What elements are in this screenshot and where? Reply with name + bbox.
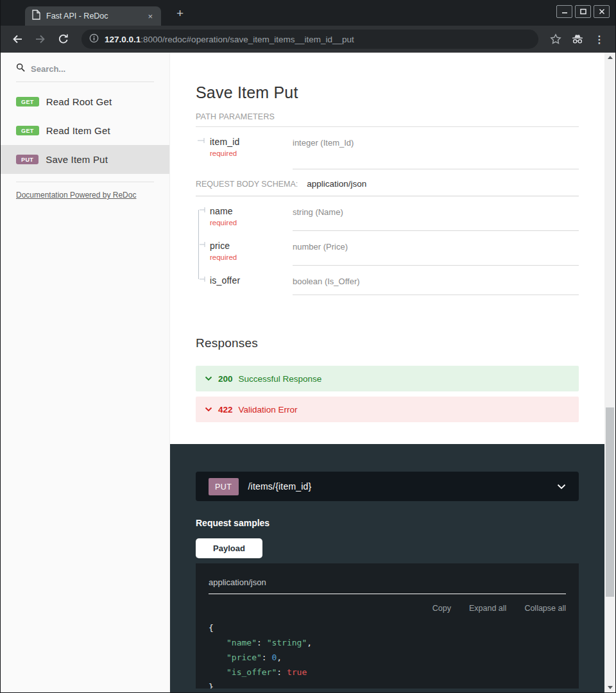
samples-panel: PUT /items/{item_id} Request samples Pay… (170, 444, 604, 692)
tab-close-icon[interactable]: × (146, 12, 155, 21)
maximize-button[interactable] (575, 5, 591, 18)
sidebar-item-read-item-get[interactable]: GET Read Item Get (1, 116, 169, 145)
titlebar: Fast API - ReDoc × + (1, 0, 615, 26)
chevron-down-icon (557, 481, 566, 492)
window-controls (556, 5, 610, 18)
sidebar-divider (16, 182, 154, 182)
url-host: 127.0.0.1 (105, 35, 141, 44)
request-body-content-type: application/json (307, 179, 366, 189)
sidebar-item-label: Read Item Get (46, 125, 110, 136)
scrollbar-thumb[interactable] (606, 407, 614, 597)
expand-all-button[interactable]: Expand all (469, 604, 506, 613)
code-actions: Copy Expand all Collapse all (209, 604, 566, 613)
code-line: "name": "string", (209, 635, 566, 650)
tree-connector-icon (197, 240, 207, 252)
responses-heading: Responses (196, 336, 579, 350)
collapse-all-button[interactable]: Collapse all (524, 604, 566, 613)
url-text: 127.0.0.1:8000/redoc#operation/save_item… (105, 35, 354, 44)
payload-tab[interactable]: Payload (196, 538, 262, 558)
sidebar-item-save-item-put[interactable]: PUT Save Item Put (1, 145, 169, 174)
required-label: required (210, 219, 293, 227)
field-name: item_id (210, 137, 293, 147)
page-title: Save Item Put (196, 53, 579, 102)
bookmark-star-icon[interactable] (547, 31, 564, 47)
body-schema-tree: name required string (Name) price requir… (196, 196, 579, 295)
powered-by-redoc-link[interactable]: Documentation Powered by ReDoc (16, 191, 136, 200)
browser-toolbar: 127.0.0.1:8000/redoc#operation/save_item… (1, 26, 615, 53)
chevron-down-icon (205, 407, 212, 412)
search-icon (16, 63, 25, 74)
code-sample-block: application/json Copy Expand all Collaps… (196, 563, 579, 689)
tree-connector-icon (197, 275, 207, 286)
request-samples-heading: Request samples (196, 518, 579, 528)
back-button[interactable] (8, 30, 26, 48)
code-line: } (209, 680, 566, 689)
field-type: boolean (Is_Offer) (293, 266, 579, 295)
main-column: Save Item Put PATH PARAMETERS item_id re… (170, 53, 604, 692)
forward-button[interactable] (31, 30, 49, 48)
response-label: Validation Error (239, 405, 298, 415)
field-name: name (210, 206, 293, 216)
field-type: integer (Item_Id) (293, 127, 579, 169)
request-body-schema-label: REQUEST BODY SCHEMA: (196, 180, 298, 189)
tree-connector-icon (197, 136, 207, 148)
sidebar-item-label: Save Item Put (46, 154, 108, 165)
address-bar[interactable]: 127.0.0.1:8000/redoc#operation/save_item… (81, 30, 538, 49)
request-body-schema-row: REQUEST BODY SCHEMA: application/json (196, 171, 579, 196)
field-row-item-id: item_id required integer (Item_Id) (196, 127, 579, 169)
field-name: price (210, 241, 293, 251)
site-info-icon[interactable] (89, 33, 99, 46)
required-label: required (210, 150, 293, 157)
tab-title: Fast API - ReDoc (46, 12, 146, 21)
put-badge: PUT (16, 155, 38, 164)
code-line: "price": 0, (209, 650, 566, 665)
page-scrollbar[interactable] (604, 53, 615, 692)
sidebar: GET Read Root Get GET Read Item Get PUT … (1, 53, 170, 692)
sidebar-item-read-root-get[interactable]: GET Read Root Get (1, 87, 169, 116)
new-tab-button[interactable]: + (173, 5, 187, 22)
copy-button[interactable]: Copy (432, 604, 451, 613)
code-line: { (209, 620, 566, 635)
put-verb-badge: PUT (209, 478, 239, 495)
tree-connector-icon (197, 205, 207, 217)
response-label: Successful Response (239, 374, 322, 384)
code-line: "is_offer": true (209, 665, 566, 680)
minimize-button[interactable] (556, 5, 572, 18)
page-content: GET Read Root Get GET Read Item Get PUT … (1, 53, 615, 692)
get-badge: GET (16, 97, 39, 107)
field-row-is-offer: is_offer boolean (Is_Offer) (196, 266, 579, 295)
chevron-down-icon (205, 376, 212, 381)
get-badge: GET (16, 126, 39, 135)
field-type: string (Name) (293, 196, 579, 231)
sidebar-item-label: Read Root Get (46, 96, 112, 107)
url-path: :8000/redoc#operation/save_item_items__i… (141, 35, 354, 44)
operation-doc: Save Item Put PATH PARAMETERS item_id re… (170, 53, 604, 444)
response-200-row[interactable]: 200 Successful Response (196, 366, 579, 391)
json-sample-code: { "name": "string", "price": 0, "is_offe… (209, 620, 566, 689)
sample-content-type-tab[interactable]: application/json (209, 578, 566, 594)
response-code: 200 (218, 374, 233, 384)
field-type: number (Price) (293, 231, 579, 266)
scrollbar-down-arrow[interactable] (604, 683, 615, 692)
required-label: required (210, 253, 293, 261)
reload-button[interactable] (55, 30, 73, 48)
search-box[interactable] (16, 63, 154, 82)
endpoint-path: /items/{item_id} (248, 481, 548, 492)
scrollbar-up-arrow[interactable] (604, 53, 615, 62)
search-input[interactable] (31, 64, 133, 74)
field-row-name: name required string (Name) (196, 196, 579, 231)
browser-tab[interactable]: Fast API - ReDoc × (25, 6, 161, 26)
sidebar-menu: GET Read Root Get GET Read Item Get PUT … (1, 87, 169, 174)
field-name: is_offer (210, 275, 293, 286)
endpoint-dropdown[interactable]: PUT /items/{item_id} (196, 472, 579, 501)
field-row-price: price required number (Price) (196, 231, 579, 266)
browser-menu-icon[interactable]: ⋮ (591, 31, 608, 47)
response-422-row[interactable]: 422 Validation Error (196, 397, 579, 422)
response-code: 422 (218, 405, 233, 415)
close-button[interactable] (594, 5, 610, 18)
path-parameters-heading: PATH PARAMETERS (196, 112, 579, 127)
incognito-icon (569, 31, 586, 47)
page-favicon-icon (31, 10, 40, 22)
browser-window: Fast API - ReDoc × + (0, 0, 616, 693)
